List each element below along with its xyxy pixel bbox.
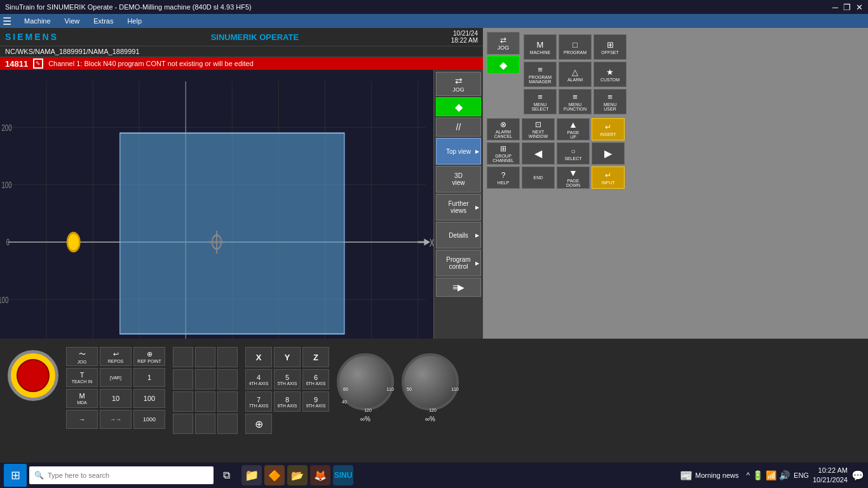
axis-btn-7[interactable]: 7 7TH AXIS bbox=[245, 391, 272, 412]
axis-btn-5[interactable]: 5 5TH AXIS bbox=[274, 369, 301, 390]
side-btn-green[interactable]: ◆ bbox=[436, 97, 481, 116]
axis-btn-target[interactable]: ⊕ bbox=[245, 414, 272, 434]
axis-btn-8[interactable]: 8 8TH AXIS bbox=[274, 391, 301, 412]
menu-view[interactable]: View bbox=[58, 16, 86, 26]
jog-mode-display[interactable]: ⇄ JOG bbox=[487, 32, 520, 55]
jog-mode-jog[interactable]: 〜 JOG bbox=[66, 347, 98, 366]
program-icon: □ bbox=[573, 40, 578, 50]
blank-btn-12[interactable] bbox=[217, 414, 238, 434]
search-input[interactable] bbox=[48, 471, 208, 479]
window-title: SinuTrain for SINUMERIK Operate - DEMO-M… bbox=[5, 3, 252, 11]
func-btn-menu-user[interactable]: ≡ MENU USER bbox=[593, 89, 627, 114]
prog-manager-icon: ≡ bbox=[538, 65, 543, 74]
blank-btn-6[interactable] bbox=[217, 369, 238, 390]
side-btn-slashes[interactable]: // bbox=[436, 118, 481, 137]
minimize-button[interactable]: ─ bbox=[832, 3, 838, 12]
func-btn-offset[interactable]: ⊞ OFFSET bbox=[593, 34, 627, 60]
svg-text:200: 200 bbox=[1, 123, 11, 133]
side-btn-jog[interactable]: ⇄ JOG bbox=[436, 72, 481, 96]
news-icon: 📰 bbox=[680, 470, 693, 482]
menu-machine[interactable]: Machine bbox=[18, 16, 57, 26]
restore-button[interactable]: ❐ bbox=[843, 3, 851, 12]
blank-btn-9[interactable] bbox=[217, 391, 238, 412]
news-widget[interactable]: 📰 Morning news bbox=[676, 468, 742, 483]
jog-mode-extra3[interactable]: 1000 bbox=[133, 410, 165, 429]
alarm-cancel-icon: ⊗ bbox=[500, 120, 506, 129]
side-btn-details[interactable]: Details▶ bbox=[436, 222, 481, 248]
jog-mode-teachin[interactable]: T TEACH IN bbox=[66, 368, 98, 387]
notifications-icon[interactable]: 💬 bbox=[851, 470, 864, 482]
jog-mode-1[interactable]: 1 bbox=[133, 368, 165, 387]
svg-text:60: 60 bbox=[343, 387, 348, 391]
menu-help[interactable]: Help bbox=[121, 16, 148, 26]
taskbar-icon-firefox[interactable]: 🦊 bbox=[310, 465, 330, 485]
battery-icon: 🔋 bbox=[752, 470, 763, 480]
start-button[interactable]: ⊞ bbox=[4, 464, 27, 487]
side-btn-3dview[interactable]: 3D view bbox=[436, 166, 481, 193]
func-btn-custom[interactable]: ★ CUSTOM bbox=[593, 62, 627, 87]
hamburger-icon[interactable]: ☰ bbox=[3, 15, 11, 27]
jog-mode-refpoint[interactable]: ⊕ REF POINT bbox=[133, 347, 165, 366]
nav-left[interactable]: ◀ bbox=[522, 142, 555, 165]
close-button[interactable]: ✕ bbox=[856, 3, 863, 12]
taskbar-icon-files[interactable]: 📂 bbox=[287, 465, 308, 485]
blank-btn-7[interactable] bbox=[173, 391, 193, 412]
blank-btn-8[interactable] bbox=[195, 391, 215, 412]
axis-btn-y[interactable]: Y bbox=[274, 347, 301, 367]
blank-btn-3[interactable] bbox=[217, 347, 238, 367]
clock-display[interactable]: 10:22 AM 10/21/2024 bbox=[813, 466, 848, 485]
side-btn-scroll[interactable]: ≡▶ bbox=[436, 278, 481, 297]
jog-mode-var[interactable]: [VAR] bbox=[100, 368, 132, 387]
func-btn-program[interactable]: □ PROGRAM bbox=[559, 34, 592, 60]
nav-page-up[interactable]: ▲ PAGE UP bbox=[557, 118, 590, 140]
jog-mode-extra2[interactable]: →→ bbox=[100, 410, 132, 429]
jog-mode-10[interactable]: 10 bbox=[100, 389, 132, 408]
func-btn-menu-function[interactable]: ≡ MENU FUNCTION bbox=[559, 89, 592, 114]
emergency-stop-button[interactable] bbox=[8, 350, 58, 401]
jog-mode-extra1[interactable]: → bbox=[66, 410, 98, 429]
blank-btn-5[interactable] bbox=[195, 369, 215, 390]
taskbar-icon-explorer[interactable]: 📁 bbox=[241, 465, 262, 485]
nav-group-channel[interactable]: ⊞ GROUP CHANNEL bbox=[487, 142, 520, 165]
blank-btn-4[interactable] bbox=[173, 369, 193, 390]
axis-btn-9[interactable]: 9 9TH AXIS bbox=[302, 391, 329, 412]
axis-btn-z[interactable]: Z bbox=[302, 347, 329, 367]
blank-btn-2[interactable] bbox=[195, 347, 215, 367]
jog-green-indicator[interactable]: ◆ bbox=[487, 56, 520, 74]
blank-btn-11[interactable] bbox=[195, 414, 215, 434]
func-btn-machine[interactable]: M MACHINE bbox=[524, 34, 557, 60]
taskbar-icon-sinutrain[interactable]: SINU bbox=[333, 465, 353, 485]
alarm-bar: 14811 ✎ Channel 1: Block N40 program CON… bbox=[0, 57, 483, 70]
jog-mode-repos[interactable]: ↩ REPOS bbox=[100, 347, 132, 366]
nav-help[interactable]: ? HELP bbox=[487, 166, 520, 189]
volume-icon[interactable]: 🔊 bbox=[779, 470, 790, 480]
jog-mode-100[interactable]: 100 bbox=[133, 389, 165, 408]
nav-page-down[interactable]: ▼ PAGE DOWN bbox=[557, 166, 590, 189]
menu-extras[interactable]: Extras bbox=[87, 16, 119, 26]
dial-feed-override[interactable]: 120 60 110 40 bbox=[337, 353, 394, 410]
axis-btn-4[interactable]: 4 4TH AXIS bbox=[245, 369, 272, 390]
func-btn-alarm[interactable]: △ ALARM bbox=[559, 62, 592, 87]
nav-select[interactable]: ○ SELECT bbox=[557, 142, 590, 165]
nav-right[interactable]: ▶ bbox=[592, 142, 625, 165]
func-btn-menu-select[interactable]: ≡ MENU SELECT bbox=[524, 89, 557, 114]
search-bar[interactable]: 🔍 bbox=[29, 466, 214, 484]
jog-mode-mda[interactable]: M MDA bbox=[66, 389, 98, 408]
dial-spindle-override[interactable]: 120 50 110 bbox=[402, 353, 459, 410]
nav-alarm-cancel[interactable]: ⊗ ALARM CANCEL bbox=[487, 118, 520, 140]
side-btn-program-control[interactable]: Program control▶ bbox=[436, 250, 481, 276]
func-btn-program-manager[interactable]: ≡ PROGRAM MANAGER bbox=[524, 62, 557, 87]
nav-end[interactable]: END bbox=[522, 166, 555, 189]
side-btn-further[interactable]: Further views▶ bbox=[436, 194, 481, 220]
blank-btn-10[interactable] bbox=[173, 414, 193, 434]
side-btn-topview[interactable]: Top view ▶ bbox=[436, 138, 481, 165]
nav-next-window[interactable]: ⊡ NEXT WINDOW bbox=[522, 118, 555, 140]
taskbar-icon-vlc[interactable]: 🔶 bbox=[264, 465, 285, 485]
axis-btn-x[interactable]: X bbox=[245, 347, 272, 367]
blank-btn-1[interactable] bbox=[173, 347, 193, 367]
show-hidden-icon[interactable]: ^ bbox=[746, 471, 750, 480]
nav-insert[interactable]: ↵ INSERT bbox=[592, 118, 625, 140]
taskview-button[interactable]: ⧉ bbox=[216, 465, 236, 485]
nav-input[interactable]: ↵ INPUT bbox=[592, 166, 625, 189]
axis-btn-6[interactable]: 6 6TH AXIS bbox=[302, 369, 329, 390]
